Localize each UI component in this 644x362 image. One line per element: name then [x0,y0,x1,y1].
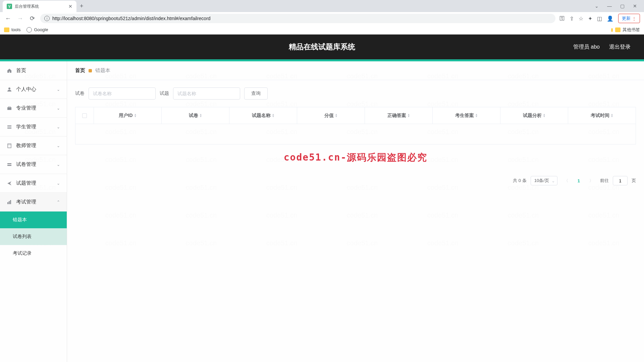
search-question-input[interactable] [173,87,240,100]
url-text: http://localhost:8080/springbootu521z/ad… [52,16,211,21]
back-icon[interactable]: ← [4,14,12,22]
user-label[interactable]: 管理员 abo [573,44,600,51]
app-title: 精品在线试题库系统 [289,42,355,52]
sort-icon: ▲▼ [335,114,338,118]
profile-icon[interactable]: 👤 [607,15,613,22]
bookmark-other[interactable]: ▮ 其他书签 [611,27,640,33]
th-question[interactable]: 试题名称▲▼ [229,107,297,124]
menu-label: 个人中心 [16,86,36,93]
home-icon [7,68,12,73]
chevron-up-icon: ⌃ [57,200,60,204]
goto-input[interactable] [613,176,628,185]
sidebar-item-student[interactable]: 学生管理 ⌄ [0,118,67,136]
svg-rect-6 [8,144,11,148]
maximize-icon[interactable]: ▢ [617,1,627,11]
minimize-icon[interactable]: — [604,1,614,11]
chevron-down-icon: ⌄ [57,106,60,111]
book-icon [7,143,12,148]
sidebar-item-major[interactable]: 专业管理 ⌄ [0,99,67,118]
goto-suffix: 页 [632,178,636,184]
user-icon [7,87,12,92]
svg-rect-5 [7,128,11,129]
th-correct[interactable]: 正确答案▲▼ [365,107,433,124]
svg-rect-8 [7,163,11,164]
page-next-icon[interactable]: 〉 [587,176,596,185]
bookmark-tools[interactable]: tools [4,27,20,32]
pagination-total: 共 0 条 [513,178,526,184]
sidebar: 首页 个人中心 ⌄ 专业管理 ⌄ 学生管理 ⌄ 教师 [0,61,67,362]
list-icon [7,124,12,130]
submenu-paperlist[interactable]: 试卷列表 [0,228,67,245]
th-userid[interactable]: 用户ID▲▼ [94,107,162,124]
svg-rect-4 [7,127,11,127]
page-size-select[interactable]: 10条/页 [531,176,557,185]
menu-label: 教师管理 [16,142,36,149]
menu-label: 试卷管理 [16,161,36,168]
th-exam-time[interactable]: 考试时间▲▼ [568,107,636,124]
key-icon[interactable]: ⚿ [559,15,565,21]
sidebar-item-paper[interactable]: 试卷管理 ⌄ [0,155,67,174]
tab-bar: V 后台管理系统 ✕ + ⌄ — ▢ ✕ [0,0,644,12]
sort-icon: ▲▼ [408,114,410,118]
reload-icon[interactable]: ⟳ [28,14,36,22]
table-empty [75,124,636,144]
th-student-answer[interactable]: 考生答案▲▼ [433,107,500,124]
th-checkbox[interactable] [75,107,94,124]
globe-icon [26,27,32,33]
browser-tab[interactable]: V 后台管理系统 ✕ [3,1,76,12]
sidepanel-icon[interactable]: ◫ [597,15,602,22]
forward-icon[interactable]: → [16,14,24,22]
page-prev-icon[interactable]: 〈 [561,176,571,185]
app-header: 精品在线试题库系统 管理员 abo 退出登录 [0,35,644,59]
svg-point-0 [8,87,10,89]
folder-icon [4,27,9,32]
update-button[interactable]: 更新⋮ [618,14,640,23]
menu-label: 专业管理 [16,105,36,111]
menu-label: 首页 [16,67,26,74]
submenu-label: 试卷列表 [13,234,32,240]
share-icon[interactable]: ⇪ [570,15,574,22]
chevron-down-icon: ⌄ [57,181,60,186]
breadcrumb-separator-icon [89,69,92,72]
svg-rect-9 [7,165,11,166]
th-score[interactable]: 分值▲▼ [297,107,365,124]
th-analysis[interactable]: 试题分析▲▼ [500,107,568,124]
submenu-record[interactable]: 考试记录 [0,245,67,262]
sidebar-item-home[interactable]: 首页 [0,61,67,80]
table-header: 用户ID▲▼ 试卷▲▼ 试题名称▲▼ 分值▲▼ 正确答案▲▼ 考生答案▲▼ 试题… [75,107,636,124]
url-field[interactable]: i http://localhost:8080/springbootu521z/… [40,14,555,23]
search-question-label: 试题 [160,90,169,97]
info-icon: i [44,16,50,21]
star-icon[interactable]: ☆ [579,15,583,22]
briefcase-icon [7,106,12,111]
new-tab-button[interactable]: + [76,3,87,10]
search-row: 试卷 试题 查询 [67,80,644,107]
close-window-icon[interactable]: ✕ [630,1,640,11]
sidebar-item-exam[interactable]: 考试管理 ⌃ [0,193,67,212]
search-paper-input[interactable] [89,87,156,100]
logout-button[interactable]: 退出登录 [609,44,631,51]
th-paper[interactable]: 试卷▲▼ [162,107,229,124]
bookmark-google[interactable]: Google [26,27,48,33]
page-current[interactable]: 1 [575,178,583,183]
menu-label: 试题管理 [16,180,36,186]
chevron-down-icon: ⌄ [57,162,60,167]
sidebar-item-question[interactable]: 试题管理 ⌄ [0,174,67,193]
sidebar-item-personal[interactable]: 个人中心 ⌄ [0,80,67,99]
watermark-notice: code51.cn-源码乐园盗图必究 [67,144,644,171]
submenu-wrong[interactable]: 错题本 [0,212,67,228]
sidebar-item-teacher[interactable]: 教师管理 ⌄ [0,136,67,155]
breadcrumb-home[interactable]: 首页 [75,67,85,74]
main-content: 首页 错题本 试卷 试题 查询 用户ID▲▼ 试卷▲▼ 试题名称▲▼ 分值▲▼ … [67,61,644,362]
menu-label: 学生管理 [16,124,36,130]
chevron-down-icon[interactable]: ⌄ [592,1,602,11]
search-button[interactable]: 查询 [244,87,268,100]
goto-prefix: 前往 [600,178,609,184]
extensions-icon[interactable]: ✦ [588,15,592,22]
sort-icon: ▲▼ [611,114,613,118]
address-bar: ← → ⟳ i http://localhost:8080/springboot… [0,12,644,25]
tab-title: 后台管理系统 [15,4,39,9]
chevron-down-icon: ⌄ [57,87,60,92]
bookmark-bar: tools Google ▮ 其他书签 [0,25,644,35]
close-icon[interactable]: ✕ [68,4,72,9]
